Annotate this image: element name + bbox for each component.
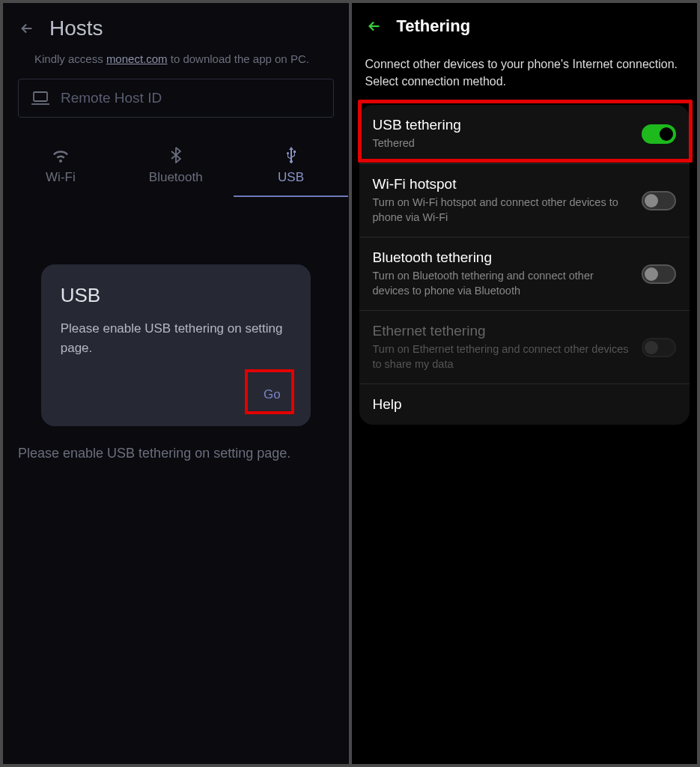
host-id-field[interactable] [18, 79, 334, 118]
wifi-icon [52, 146, 70, 164]
wifi-hotspot-desc: Turn on Wi-Fi hotspot and connect other … [373, 195, 633, 225]
host-id-input[interactable] [61, 90, 321, 106]
tab-bluetooth-label: Bluetooth [149, 170, 203, 185]
bottom-hint: Please enable USB tethering on setting p… [3, 426, 349, 461]
connection-tabs: Wi-Fi Bluetooth USB [3, 139, 349, 197]
bluetooth-icon [171, 146, 181, 164]
ethernet-tethering-row: Ethernet tethering Turn on Ethernet teth… [359, 311, 690, 384]
usb-icon [285, 146, 297, 164]
dialog-actions: Go [61, 380, 291, 410]
page-title: Hosts [49, 16, 103, 40]
ethernet-tethering-desc: Turn on Ethernet tethering and connect o… [373, 342, 633, 372]
tethering-options-panel: USB tethering Tethered Wi-Fi hotspot Tur… [359, 105, 690, 425]
help-title: Help [373, 396, 668, 413]
tab-wifi-label: Wi-Fi [46, 170, 76, 185]
hosts-screen: Hosts Kindly access monect.com to downlo… [3, 3, 349, 764]
tethering-description: Connect other devices to your phone's In… [352, 42, 698, 90]
tethering-header: Tethering [352, 3, 698, 42]
tab-usb-label: USB [278, 170, 304, 185]
dialog-title: USB [61, 284, 291, 307]
usb-tethering-title: USB tethering [373, 117, 633, 133]
download-hint: Kindly access monect.com to download the… [3, 46, 349, 65]
tab-bluetooth[interactable]: Bluetooth [118, 139, 234, 197]
back-arrow-icon[interactable] [365, 17, 383, 35]
usb-tethering-row[interactable]: USB tethering Tethered [359, 105, 690, 164]
svg-rect-0 [34, 92, 47, 101]
help-row[interactable]: Help [359, 384, 690, 425]
tab-wifi[interactable]: Wi-Fi [3, 139, 118, 197]
usb-tethering-desc: Tethered [373, 136, 633, 151]
bluetooth-tethering-toggle[interactable] [642, 264, 676, 284]
wifi-hotspot-title: Wi-Fi hotspot [373, 176, 633, 192]
dialog-body: Please enable USB tethering on setting p… [61, 319, 291, 357]
monect-link[interactable]: monect.com [106, 52, 168, 65]
laptop-icon [31, 91, 50, 106]
download-hint-post: to download the app on PC. [168, 52, 309, 65]
tab-usb[interactable]: USB [234, 139, 349, 197]
usb-tethering-toggle[interactable] [642, 124, 676, 144]
back-arrow-icon[interactable] [18, 19, 36, 37]
ethernet-tethering-title: Ethernet tethering [373, 323, 633, 339]
wifi-hotspot-toggle[interactable] [642, 191, 676, 210]
wifi-hotspot-row[interactable]: Wi-Fi hotspot Turn on Wi-Fi hotspot and … [359, 164, 690, 237]
ethernet-tethering-toggle [642, 338, 676, 357]
tethering-screen: Tethering Connect other devices to your … [352, 3, 698, 764]
hosts-header: Hosts [3, 3, 349, 46]
bluetooth-tethering-row[interactable]: Bluetooth tethering Turn on Bluetooth te… [359, 237, 690, 311]
bluetooth-tethering-title: Bluetooth tethering [373, 249, 633, 266]
page-title: Tethering [397, 16, 471, 36]
download-hint-pre: Kindly access [34, 52, 106, 65]
bluetooth-tethering-desc: Turn on Bluetooth tethering and connect … [373, 269, 633, 298]
go-button[interactable]: Go [253, 380, 291, 410]
usb-dialog: USB Please enable USB tethering on setti… [41, 264, 311, 426]
